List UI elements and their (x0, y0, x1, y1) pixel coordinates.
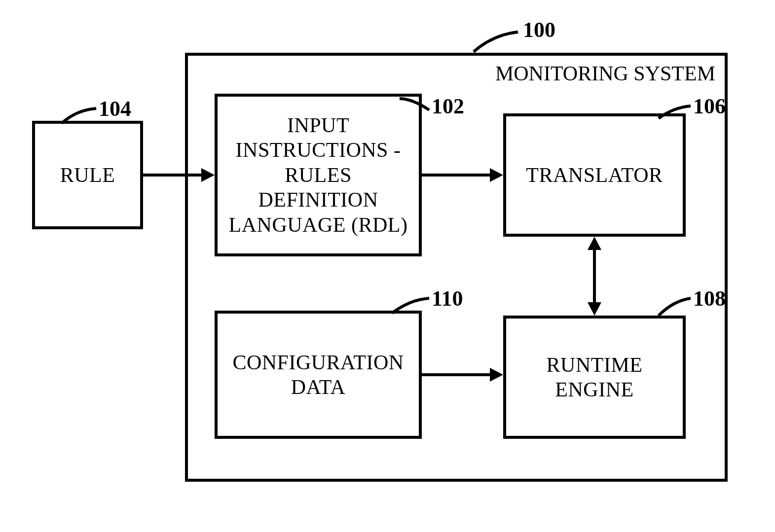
arrow-rdl-to-translator (422, 165, 503, 185)
arrow-translator-runtime-double (585, 237, 604, 316)
translator-label: TRANSLATOR (526, 163, 663, 187)
rdl-box: INPUT INSTRUCTIONS - RULES DEFINITION LA… (215, 94, 422, 256)
leader-102 (397, 96, 434, 116)
leader-106 (656, 104, 696, 121)
leader-110 (390, 296, 434, 316)
leader-104 (59, 106, 101, 126)
monitoring-system-title: MONITORING SYSTEM (424, 62, 715, 85)
ref-108: 108 (693, 286, 726, 311)
leader-100 (471, 30, 525, 57)
svg-marker-6 (588, 237, 601, 250)
runtime-box: RUNTIME ENGINE (503, 316, 686, 439)
config-box: CONFIGURATION DATA (215, 311, 422, 439)
rule-label: RULE (60, 163, 115, 187)
ref-102: 102 (432, 94, 464, 119)
arrow-config-to-runtime (422, 365, 503, 385)
ref-104: 104 (99, 96, 131, 121)
svg-marker-5 (490, 368, 503, 382)
svg-marker-3 (490, 168, 503, 182)
arrow-rule-to-rdl (143, 165, 215, 185)
rdl-label: INPUT INSTRUCTIONS - RULES DEFINITION LA… (222, 113, 414, 237)
rule-box: RULE (32, 121, 143, 229)
ref-106: 106 (693, 94, 726, 119)
leader-108 (656, 296, 696, 318)
runtime-label: RUNTIME ENGINE (511, 353, 678, 402)
svg-marker-1 (201, 168, 215, 182)
ref-100: 100 (523, 17, 555, 42)
config-label: CONFIGURATION DATA (222, 350, 414, 400)
ref-110: 110 (432, 286, 463, 311)
svg-marker-8 (588, 302, 601, 316)
diagram-canvas: MONITORING SYSTEM RULE INPUT INSTRUCTION… (0, 0, 775, 532)
translator-box: TRANSLATOR (503, 113, 686, 237)
